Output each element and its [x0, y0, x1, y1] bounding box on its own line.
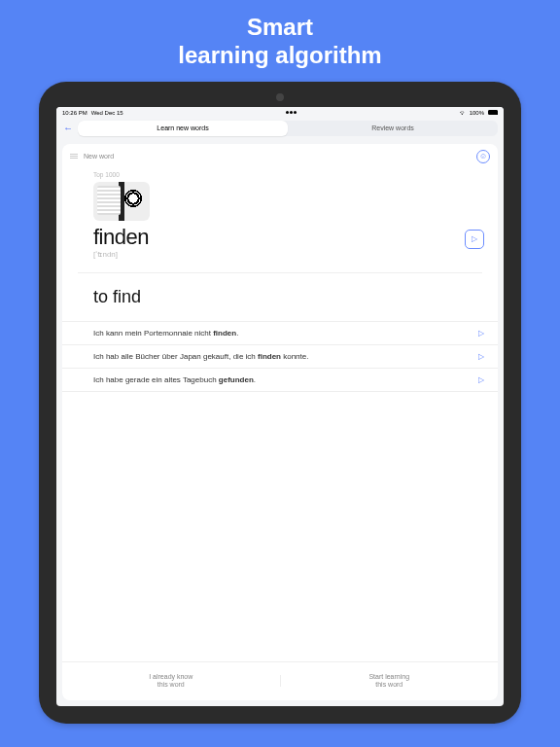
- word-image: [93, 182, 150, 221]
- tab-review-words[interactable]: Review words: [288, 121, 498, 136]
- new-word-badge: New word: [84, 153, 114, 160]
- top-nav: ← Learn new words Review words: [56, 119, 504, 140]
- example-text: Ich kann mein Portemonnaie nicht finden.: [93, 329, 478, 338]
- examples-list: Ich kann mein Portemonnaie nicht finden.…: [62, 321, 498, 392]
- promo-line2: learning algorithm: [178, 42, 381, 70]
- app-screen: 10:26 PM Wed Dec 15 ᯤ 100% ← Learn new w…: [56, 107, 504, 706]
- already-know-button[interactable]: I already know this word: [62, 662, 280, 700]
- deck-label: Top 1000: [93, 171, 482, 178]
- example-play-icon[interactable]: ▷: [478, 375, 484, 384]
- wifi-icon: ᯤ: [460, 110, 466, 116]
- example-row: Ich kann mein Portemonnaie nicht finden.…: [62, 322, 498, 345]
- promo-line1: Smart: [178, 14, 381, 42]
- headword: finden: [93, 225, 482, 250]
- device-camera: [276, 93, 284, 101]
- example-row: Ich hab alle Bücher über Japan gekauft, …: [62, 345, 498, 369]
- tablet-frame: 10:26 PM Wed Dec 15 ᯤ 100% ← Learn new w…: [39, 82, 521, 724]
- menu-icon[interactable]: [70, 154, 78, 159]
- tab-learn-new-words[interactable]: Learn new words: [78, 121, 288, 136]
- mode-segmented-control: Learn new words Review words: [78, 121, 498, 136]
- feedback-button[interactable]: ☺: [476, 150, 490, 163]
- translation: to find: [62, 273, 498, 321]
- bottom-actions: I already know this word Start learning …: [62, 661, 498, 700]
- promo-title: Smart learning algorithm: [178, 14, 381, 70]
- status-time: 10:26 PM: [62, 110, 88, 116]
- pronunciation-ipa: [ˈfɪndn]: [93, 250, 482, 259]
- example-row: Ich habe gerade ein altes Tagebuch gefun…: [62, 369, 498, 392]
- status-bar: 10:26 PM Wed Dec 15 ᯤ 100%: [56, 107, 504, 119]
- start-learning-button[interactable]: Start learning this word: [281, 662, 499, 700]
- multitask-dots: [286, 111, 297, 114]
- spacer: [62, 392, 498, 661]
- example-text: Ich habe gerade ein altes Tagebuch gefun…: [93, 375, 478, 384]
- battery-percent: 100%: [470, 110, 484, 116]
- back-button[interactable]: ←: [62, 123, 74, 133]
- status-date: Wed Dec 15: [91, 110, 123, 116]
- word-card: New word ☺ Top 1000 finden [ˈfɪndn] ▷ to…: [62, 144, 498, 700]
- example-text: Ich hab alle Bücher über Japan gekauft, …: [93, 352, 478, 361]
- battery-icon: [488, 110, 498, 115]
- example-play-icon[interactable]: ▷: [478, 352, 484, 361]
- example-play-icon[interactable]: ▷: [478, 329, 484, 338]
- play-audio-button[interactable]: ▷: [465, 230, 484, 249]
